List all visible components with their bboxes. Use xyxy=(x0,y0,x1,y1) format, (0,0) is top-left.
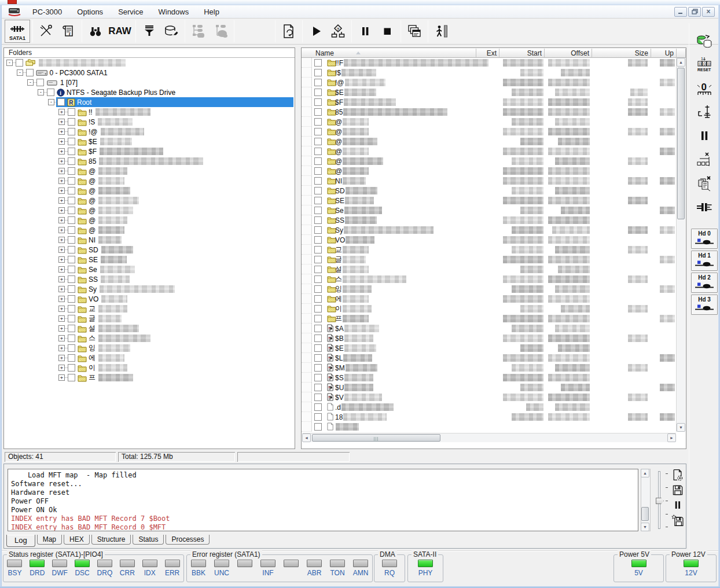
file-row[interactable]: SD xyxy=(302,186,677,196)
tree-checkbox[interactable] xyxy=(68,197,75,204)
file-list-vertical-scrollbar[interactable]: ▲ ▼ xyxy=(676,58,685,432)
column-header-ext[interactable]: Ext xyxy=(476,49,499,58)
tree-checkbox[interactable] xyxy=(26,69,34,76)
row-checkbox[interactable] xyxy=(314,344,322,352)
file-row[interactable] xyxy=(302,422,677,432)
file-row[interactable]: $S xyxy=(302,373,677,383)
file-row[interactable]: 잉 xyxy=(302,284,677,294)
tree-checkbox[interactable] xyxy=(68,374,75,381)
tree-expand-toggle[interactable]: + xyxy=(58,138,65,145)
filter-button[interactable] xyxy=(138,20,160,43)
tree-expand-toggle[interactable]: + xyxy=(58,247,65,253)
minimize-button[interactable] xyxy=(674,7,687,17)
row-selector[interactable] xyxy=(302,383,312,392)
row-selector[interactable] xyxy=(302,333,312,343)
file-row[interactable]: 교 xyxy=(302,245,677,255)
row-selector[interactable] xyxy=(302,422,312,432)
file-row[interactable]: $E xyxy=(302,343,677,353)
row-selector[interactable] xyxy=(302,58,312,68)
file-row[interactable]: $V xyxy=(302,392,677,402)
break-chain-button[interactable] xyxy=(693,150,715,170)
tree-checkbox[interactable] xyxy=(68,157,75,165)
row-selector[interactable] xyxy=(302,402,312,412)
file-row[interactable]: !$ xyxy=(302,68,677,78)
tree-expand-toggle[interactable]: + xyxy=(58,188,65,194)
hd-0-button[interactable]: Hd 0 xyxy=(691,229,718,249)
row-checkbox[interactable] xyxy=(314,187,322,194)
row-checkbox[interactable] xyxy=(314,384,322,391)
tree-checkbox[interactable] xyxy=(68,285,75,293)
tree-expand-toggle[interactable]: + xyxy=(58,197,65,204)
tree-checkbox[interactable] xyxy=(68,216,75,224)
vertical-scroll-thumb[interactable] xyxy=(677,68,685,219)
tree-item-vo[interactable]: +VO xyxy=(4,294,295,304)
file-row[interactable]: 설 xyxy=(302,264,677,274)
drive-passport-button[interactable]: i xyxy=(57,20,79,43)
tab-hex[interactable]: HEX xyxy=(64,535,90,545)
file-row[interactable]: .d xyxy=(302,402,677,412)
tree-item-e[interactable]: +$E xyxy=(4,137,295,146)
tree-item-[interactable]: +이 xyxy=(4,363,295,373)
tree-item-0pc3000sata1[interactable]: -0 - PC3000 SATA1 xyxy=(4,68,295,78)
tree-checkbox[interactable] xyxy=(47,89,54,96)
file-row[interactable]: SE xyxy=(302,196,677,205)
tree-expand-toggle[interactable]: + xyxy=(58,325,65,332)
tree-expand-toggle[interactable]: + xyxy=(58,178,65,184)
tree-checkbox[interactable] xyxy=(68,275,75,283)
file-row[interactable]: $B xyxy=(302,333,677,343)
tree-checkbox[interactable] xyxy=(68,236,75,244)
file-row[interactable]: 이 xyxy=(302,304,677,314)
row-selector[interactable] xyxy=(302,245,312,255)
row-selector[interactable] xyxy=(302,274,312,284)
column-header-size[interactable]: Size xyxy=(592,49,651,58)
test-tools-button[interactable] xyxy=(693,102,715,122)
row-checkbox[interactable] xyxy=(314,128,322,135)
tree-expand-toggle[interactable]: - xyxy=(38,89,44,95)
tree-item-[interactable]: +잉 xyxy=(4,343,295,353)
tab-status[interactable]: Status xyxy=(133,535,164,545)
menu-pc-3000[interactable]: PC-3000 xyxy=(25,6,69,17)
column-header-offset[interactable]: Offset xyxy=(545,49,592,58)
row-selector[interactable] xyxy=(302,156,312,166)
file-row[interactable]: NI xyxy=(302,176,677,186)
row-selector[interactable] xyxy=(302,196,312,205)
file-row[interactable]: @ xyxy=(302,117,677,127)
scroll-left-button[interactable]: ◄ xyxy=(302,433,311,442)
row-selector[interactable] xyxy=(302,225,312,235)
file-row[interactable]: @ xyxy=(302,137,677,146)
row-checkbox[interactable] xyxy=(314,266,322,273)
row-checkbox[interactable] xyxy=(314,138,322,145)
file-row[interactable]: @ xyxy=(302,127,677,137)
tree-item-sy[interactable]: +Sy xyxy=(4,284,295,294)
sata1-port-button[interactable]: SATA1 xyxy=(5,20,30,43)
row-checkbox[interactable] xyxy=(314,275,322,283)
row-checkbox[interactable] xyxy=(314,157,322,165)
raw-recovery-button[interactable]: RAW xyxy=(106,20,133,43)
tree-checkbox[interactable] xyxy=(68,167,75,175)
pause-task-button[interactable] xyxy=(693,126,715,146)
tree-expand-toggle[interactable]: - xyxy=(17,69,23,76)
row-checkbox[interactable] xyxy=(314,354,322,362)
tree-item-[interactable]: +@ xyxy=(4,196,295,205)
close-windows-button[interactable] xyxy=(693,174,715,193)
tree-expand-toggle[interactable]: + xyxy=(58,128,65,135)
menu-windows[interactable]: Windows xyxy=(150,6,196,17)
tab-processes[interactable]: Processes xyxy=(166,535,210,545)
tree-checkbox[interactable] xyxy=(68,108,75,116)
tree-checkbox[interactable] xyxy=(68,148,75,155)
log-scroll-down-button[interactable]: ▼ xyxy=(641,523,649,531)
file-row[interactable]: Se xyxy=(302,205,677,215)
tree-expand-toggle[interactable]: + xyxy=(58,345,65,351)
row-selector[interactable] xyxy=(302,176,312,186)
row-selector[interactable] xyxy=(302,235,312,245)
tree-checkbox[interactable] xyxy=(68,207,75,214)
row-selector[interactable] xyxy=(302,343,312,353)
data-extractor-task-button[interactable] xyxy=(693,31,715,51)
row-checkbox[interactable] xyxy=(314,364,322,372)
tree-expand-toggle[interactable]: + xyxy=(58,286,65,292)
file-row[interactable]: @ xyxy=(302,166,677,176)
menu-options[interactable]: Options xyxy=(69,6,111,17)
row-selector[interactable] xyxy=(302,127,312,137)
tree-item-[interactable]: +교 xyxy=(4,304,295,314)
file-row[interactable]: $F xyxy=(302,97,677,107)
